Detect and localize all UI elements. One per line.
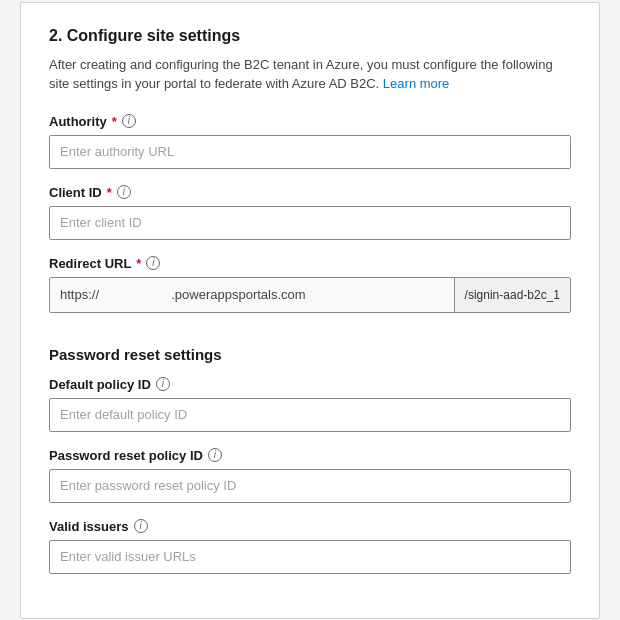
section-divider	[49, 329, 571, 330]
authority-info-icon[interactable]: i	[122, 114, 136, 128]
client-id-required-star: *	[107, 185, 112, 200]
redirect-url-info-icon[interactable]: i	[146, 256, 160, 270]
password-reset-section-title: Password reset settings	[49, 346, 571, 363]
section-title: 2. Configure site settings	[49, 27, 571, 45]
valid-issuers-field-group: Valid issuers i	[49, 519, 571, 574]
section-description: After creating and configuring the B2C t…	[49, 55, 571, 94]
client-id-info-icon[interactable]: i	[117, 185, 131, 199]
authority-field-group: Authority * i	[49, 114, 571, 169]
client-id-field-group: Client ID * i	[49, 185, 571, 240]
default-policy-id-info-icon[interactable]: i	[156, 377, 170, 391]
valid-issuers-input[interactable]	[49, 540, 571, 574]
valid-issuers-info-icon[interactable]: i	[134, 519, 148, 533]
password-reset-policy-id-field-group: Password reset policy ID i	[49, 448, 571, 503]
password-reset-policy-id-label: Password reset policy ID i	[49, 448, 571, 463]
redirect-url-suffix: /signin-aad-b2c_1	[454, 278, 570, 312]
redirect-url-label: Redirect URL * i	[49, 256, 571, 271]
default-policy-id-input[interactable]	[49, 398, 571, 432]
authority-label: Authority * i	[49, 114, 571, 129]
default-policy-id-label: Default policy ID i	[49, 377, 571, 392]
authority-input[interactable]	[49, 135, 571, 169]
password-reset-policy-id-input[interactable]	[49, 469, 571, 503]
default-policy-id-field-group: Default policy ID i	[49, 377, 571, 432]
redirect-url-container: /signin-aad-b2c_1	[49, 277, 571, 313]
authority-required-star: *	[112, 114, 117, 129]
client-id-input[interactable]	[49, 206, 571, 240]
client-id-label: Client ID * i	[49, 185, 571, 200]
valid-issuers-label: Valid issuers i	[49, 519, 571, 534]
redirect-url-required-star: *	[136, 256, 141, 271]
redirect-url-input[interactable]	[50, 278, 454, 312]
configure-site-settings-card: 2. Configure site settings After creatin…	[20, 2, 600, 619]
learn-more-link[interactable]: Learn more	[383, 76, 449, 91]
redirect-url-field-group: Redirect URL * i /signin-aad-b2c_1	[49, 256, 571, 313]
password-reset-policy-id-info-icon[interactable]: i	[208, 448, 222, 462]
